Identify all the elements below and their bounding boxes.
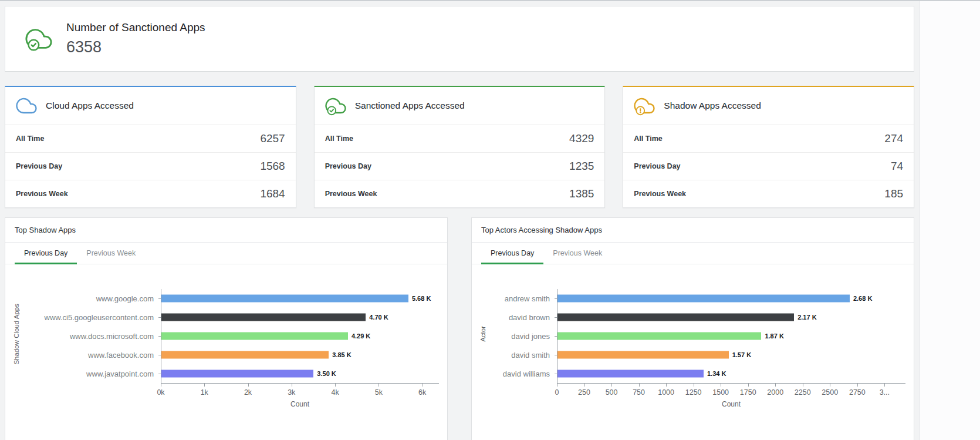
plot-area: 5.68 K4.70 K4.29 K3.85 K3.50 K bbox=[161, 289, 439, 384]
stat-row-previous-week: Previous Week 185 bbox=[623, 180, 914, 207]
stat-label: Previous Week bbox=[634, 190, 686, 198]
x-axis-tick bbox=[830, 384, 830, 387]
banner-value: 6358 bbox=[66, 38, 205, 56]
bar-value-label: 2.68 K bbox=[853, 295, 872, 302]
category-label: www.docs.microsoft.com bbox=[23, 327, 161, 345]
x-axis-title: Count bbox=[161, 400, 439, 413]
stat-label: Previous Week bbox=[16, 190, 68, 198]
right-gutter bbox=[919, 1, 980, 440]
stat-label: Previous Week bbox=[325, 190, 377, 198]
top-shadow-apps-chart: Shadow Cloud Appswww.google.comwww.ci5.g… bbox=[5, 264, 447, 418]
tab-previous-week[interactable]: Previous Week bbox=[543, 243, 611, 264]
stat-row-previous-day: Previous Day 1235 bbox=[315, 152, 605, 180]
bar[interactable] bbox=[161, 351, 329, 359]
top-actors-chart: Actorandrew smithdavid browndavid jonesd… bbox=[472, 264, 914, 418]
category-label: david brown bbox=[489, 308, 557, 327]
stat-cards-row: Cloud Apps Accessed All Time 6257 Previo… bbox=[5, 86, 914, 208]
bar[interactable] bbox=[161, 370, 313, 378]
category-label: david jones bbox=[489, 327, 557, 345]
bar-row: 1.34 K bbox=[557, 364, 905, 383]
stat-row-all-time: All Time 274 bbox=[623, 125, 914, 152]
card-header: Sanctioned Apps Accessed bbox=[315, 87, 605, 125]
bar-value-label: 4.70 K bbox=[369, 314, 388, 321]
bar[interactable] bbox=[557, 314, 794, 321]
x-axis-tick bbox=[775, 384, 776, 387]
x-tick-label: 2000 bbox=[767, 388, 783, 397]
panel-top-actors-accessing-shadow-apps: Top Actors Accessing Shadow Apps Previou… bbox=[471, 217, 914, 440]
x-tick-label: 1500 bbox=[712, 388, 729, 397]
category-label: david williams bbox=[489, 364, 557, 383]
card-title: Shadow Apps Accessed bbox=[664, 100, 761, 111]
bar-row: 3.50 K bbox=[161, 364, 439, 383]
panel-title: Top Shadow Apps bbox=[5, 218, 447, 243]
bar[interactable] bbox=[161, 314, 366, 321]
category-label: www.facebook.com bbox=[23, 345, 161, 364]
bar[interactable] bbox=[557, 370, 704, 378]
panel-title: Top Actors Accessing Shadow Apps bbox=[472, 218, 914, 243]
bar[interactable] bbox=[557, 332, 761, 340]
y-axis-tick bbox=[158, 298, 161, 299]
stat-value: 1385 bbox=[569, 187, 594, 200]
bar-value-label: 1.87 K bbox=[765, 332, 783, 340]
x-tick-label: 1k bbox=[201, 388, 208, 397]
tab-previous-day[interactable]: Previous Day bbox=[15, 243, 77, 264]
card-title: Sanctioned Apps Accessed bbox=[355, 100, 465, 111]
stat-label: All Time bbox=[634, 135, 662, 143]
x-tick-label: 0 bbox=[555, 388, 559, 397]
category-label: www.javatpoint.com bbox=[23, 364, 161, 383]
x-tick-label: 2500 bbox=[822, 388, 838, 397]
stat-row-previous-day: Previous Day 1568 bbox=[5, 152, 296, 180]
stat-value: 274 bbox=[884, 132, 903, 145]
y-axis-tick bbox=[555, 298, 557, 299]
x-tick-label: 250 bbox=[578, 388, 590, 397]
bar-row: 4.70 K bbox=[161, 308, 439, 327]
x-tick-label: 5k bbox=[375, 388, 383, 397]
x-axis: 0250500750100012501500175020002250250027… bbox=[557, 384, 905, 400]
stat-value: 185 bbox=[884, 187, 903, 200]
bar[interactable] bbox=[161, 295, 408, 303]
banner-title: Number of Sanctioned Apps bbox=[66, 21, 205, 34]
x-axis-tick bbox=[204, 384, 205, 387]
y-axis-tick bbox=[555, 317, 557, 318]
y-axis-title: Actor bbox=[477, 289, 489, 413]
bar[interactable] bbox=[557, 295, 850, 303]
category-label: www.ci5.googleusercontent.com bbox=[23, 308, 161, 327]
stat-row-previous-week: Previous Week 1385 bbox=[315, 180, 605, 207]
x-axis: 0k1k2k3k4k5k6k bbox=[161, 384, 439, 400]
category-label: david smith bbox=[489, 345, 557, 364]
card-sanctioned-apps-accessed: Sanctioned Apps Accessed All Time 4329 P… bbox=[314, 86, 606, 208]
tab-previous-day[interactable]: Previous Day bbox=[481, 243, 543, 264]
x-tick-label: 500 bbox=[606, 388, 618, 397]
y-axis-tick bbox=[158, 336, 161, 337]
bar-value-label: 1.34 K bbox=[707, 370, 726, 377]
stat-row-previous-week: Previous Week 1684 bbox=[5, 180, 296, 207]
tab-previous-week[interactable]: Previous Week bbox=[77, 243, 145, 264]
x-axis-tick bbox=[639, 384, 640, 387]
stat-label: Previous Day bbox=[634, 162, 680, 170]
sanctioned-apps-banner: Number of Sanctioned Apps 6358 bbox=[5, 6, 914, 72]
x-axis-tick bbox=[694, 384, 694, 387]
x-axis-tick bbox=[666, 384, 667, 387]
bar[interactable] bbox=[161, 332, 348, 340]
bar-value-label: 5.68 K bbox=[412, 295, 431, 302]
x-tick-label: 3... bbox=[880, 388, 890, 397]
x-axis-tick bbox=[423, 384, 423, 387]
stat-value: 1568 bbox=[260, 160, 285, 173]
y-axis-tick bbox=[158, 355, 161, 355]
stat-value: 4329 bbox=[569, 132, 594, 145]
tabs: Previous Day Previous Week bbox=[5, 243, 447, 264]
y-axis-tick bbox=[555, 355, 557, 355]
x-tick-label: 6k bbox=[418, 388, 426, 397]
x-axis-tick bbox=[884, 384, 885, 387]
bar-value-label: 1.57 K bbox=[732, 351, 751, 358]
x-tick-label: 2250 bbox=[795, 388, 811, 397]
y-axis-tick bbox=[555, 374, 557, 374]
bar[interactable] bbox=[557, 351, 729, 359]
bar-row: 4.29 K bbox=[161, 327, 439, 345]
panel-top-shadow-apps: Top Shadow Apps Previous Day Previous We… bbox=[5, 217, 448, 440]
bar-row: 2.68 K bbox=[557, 289, 905, 308]
bar-row: 2.17 K bbox=[557, 308, 905, 327]
bar-value-label: 3.85 K bbox=[332, 351, 351, 358]
stat-label: Previous Day bbox=[325, 162, 371, 170]
x-axis-tick bbox=[335, 384, 336, 387]
